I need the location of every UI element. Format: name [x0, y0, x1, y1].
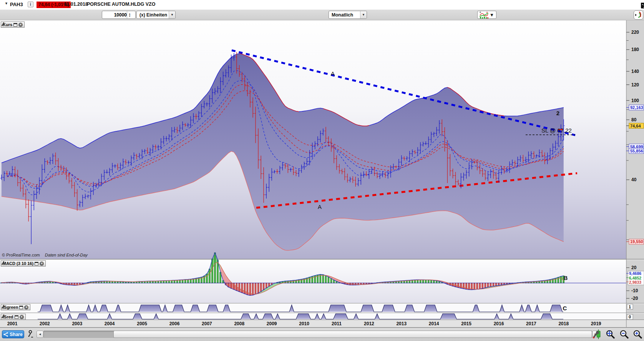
units-mode-value: (x) Einheiten — [139, 12, 167, 18]
macd-bar — [322, 275, 324, 283]
svg-text:55,856: 55,856 — [630, 149, 643, 153]
title-bar: ▼ PAH3 i 74,64 (-1,01%) 11.01.2018 PORSC… — [0, 0, 644, 10]
share-button[interactable]: Share — [2, 330, 24, 338]
macd-bar — [325, 276, 327, 283]
macd-bar — [487, 283, 489, 287]
macd-bar — [328, 277, 329, 283]
chart-svg: 2001200220032004200520062007200820092010… — [0, 20, 644, 328]
macd-bar — [111, 281, 113, 283]
close-icon[interactable]: × — [24, 305, 28, 310]
macd-bar — [257, 283, 259, 293]
units-spinner[interactable]: ▲▼ — [127, 11, 132, 18]
macd-bar — [428, 280, 429, 283]
chart-settings-icon[interactable] — [592, 329, 601, 341]
macd-bar — [493, 283, 494, 286]
macd-bar — [479, 283, 481, 289]
chart-toolbar: ▲▼ (x) Einheiten ▼ Monatlich ▼ ▼ — [0, 10, 644, 20]
instrument-dropdown-caret[interactable]: ▼ — [5, 2, 8, 5]
macd-bar — [212, 259, 213, 283]
wrench-icon[interactable] — [1, 22, 5, 26]
scrollbar-thumb[interactable] — [113, 331, 592, 338]
macd-bar — [231, 283, 232, 288]
units-stepper[interactable]: ▲▼ — [102, 11, 136, 19]
ticker-symbol: PAH3 — [10, 2, 23, 7]
zoom-out-icon[interactable] — [619, 329, 629, 341]
svg-text:2013: 2013 — [396, 321, 407, 326]
close-icon[interactable]: × — [40, 262, 44, 266]
chevron-down-icon[interactable]: ▼ — [490, 12, 494, 18]
macd-bar — [422, 280, 424, 283]
svg-text:2014: 2014 — [429, 321, 439, 326]
timeframe-select[interactable]: Monatlich ▼ — [329, 11, 367, 19]
macd-bar — [558, 277, 559, 283]
svg-text:2001: 2001 — [7, 321, 18, 326]
copyright-note: © ProRealTime.com Daten sind End-of-Day — [2, 253, 88, 257]
close-icon[interactable]: × — [20, 315, 24, 319]
chart-style-button[interactable]: ▼ — [477, 11, 496, 19]
macd-bar — [482, 283, 483, 288]
close-icon[interactable]: × — [18, 23, 23, 27]
svg-text:2017: 2017 — [526, 321, 536, 326]
macd-bar — [266, 283, 267, 288]
svg-text:20: 20 — [631, 265, 637, 270]
window-icon[interactable] — [13, 23, 17, 26]
macd-bar — [293, 280, 294, 283]
svg-text:2010: 2010 — [299, 321, 309, 326]
cursor-tool-icon[interactable] — [27, 330, 34, 341]
svg-text:2019: 2019 — [591, 321, 601, 326]
chevron-down-icon[interactable]: ▼ — [360, 11, 367, 18]
macd-bar — [498, 283, 500, 285]
svg-text:1: 1 — [629, 305, 631, 309]
svg-text:2016: 2016 — [494, 321, 504, 326]
macd-bar — [474, 283, 475, 290]
wrench-icon[interactable] — [1, 305, 5, 309]
svg-text:120: 120 — [631, 82, 639, 88]
macd-bar — [244, 283, 246, 294]
scroll-left-button[interactable]: ◄ — [37, 331, 43, 338]
svg-text:2007: 2007 — [202, 321, 212, 326]
window-icon[interactable] — [15, 315, 18, 319]
share-label: Share — [10, 332, 22, 337]
scrollbar-track[interactable] — [43, 331, 592, 338]
svg-text:2006: 2006 — [169, 321, 180, 326]
window-icon[interactable] — [19, 306, 23, 309]
svg-text:SL @ 67,22: SL @ 67,22 — [541, 127, 572, 134]
macd-bar — [463, 283, 465, 289]
panel-collapse-button[interactable] — [634, 10, 643, 20]
tab-macd[interactable]: MACD (3 10 16) × — [1, 260, 46, 267]
info-icon[interactable]: i — [28, 2, 33, 7]
chart-style-icon — [478, 11, 490, 18]
window-icon[interactable] — [35, 262, 38, 265]
units-mode-select[interactable]: (x) Einheiten ▼ — [136, 11, 176, 19]
wrench-icon[interactable] — [1, 314, 5, 318]
svg-text:C: C — [563, 305, 567, 311]
macd-bar — [490, 283, 491, 286]
tab-isgreen[interactable]: ISgreen × — [1, 304, 30, 310]
zoom-fit-icon[interactable] — [605, 329, 616, 341]
svg-text:220: 220 — [631, 30, 639, 35]
svg-text:6,4852: 6,4852 — [629, 276, 641, 280]
close-button[interactable]: × — [641, 3, 644, 9]
horizontal-scrollbar[interactable]: ◄ ► — [37, 331, 599, 338]
macd-bar — [241, 283, 243, 293]
svg-text:2004: 2004 — [105, 321, 115, 326]
zoom-in-icon[interactable] — [632, 329, 642, 341]
chart-canvas[interactable]: 2001200220032004200520062007200820092010… — [0, 20, 644, 328]
macd-bar — [206, 274, 208, 283]
tab-isred[interactable]: ISred × — [1, 314, 26, 320]
svg-text:9,4686: 9,4686 — [629, 271, 641, 276]
macd-bar — [255, 283, 256, 294]
svg-text:2008: 2008 — [234, 321, 244, 326]
tab-kurs[interactable]: Kurs × — [1, 22, 25, 28]
wrench-icon[interactable] — [1, 261, 5, 265]
macd-bar — [430, 280, 432, 283]
macd-bar — [560, 276, 562, 283]
application-window: ▼ PAH3 i 74,64 (-1,01%) 11.01.2018 PORSC… — [0, 0, 644, 341]
svg-text:2005: 2005 — [137, 321, 147, 326]
svg-text:A: A — [331, 70, 335, 77]
macd-bar — [433, 280, 435, 283]
units-input[interactable] — [102, 12, 127, 18]
quote-date: 11.01.2018 — [64, 2, 88, 7]
x-axis-strip — [0, 320, 644, 328]
chevron-down-icon[interactable]: ▼ — [169, 11, 175, 18]
